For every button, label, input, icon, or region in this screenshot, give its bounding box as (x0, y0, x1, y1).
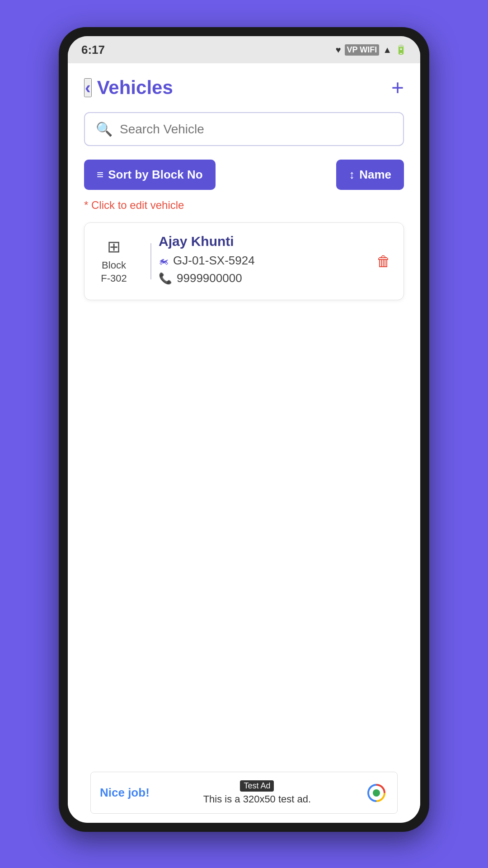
block-section: ⊞ BlockF-302 (94, 237, 134, 285)
name-sort-label: Name (359, 168, 391, 182)
sort-icon: ↕ (349, 168, 355, 182)
add-vehicle-button[interactable]: + (391, 77, 404, 99)
owner-name: Ajay Khunti (159, 234, 373, 249)
wifi-icon: VP WIFI (345, 44, 380, 56)
header: ‹ Vehicles + (68, 63, 420, 108)
page-title: Vehicles (97, 77, 173, 99)
status-time: 6:17 (81, 43, 105, 57)
delete-vehicle-button[interactable]: 🗑 (373, 250, 394, 274)
phone-icon: 📞 (159, 272, 172, 285)
search-input[interactable] (120, 122, 392, 137)
nice-job-text: Nice job! (100, 786, 150, 800)
trash-icon: 🗑 (376, 253, 391, 269)
battery-icon: 🔋 (395, 44, 407, 55)
search-box: 🔍 (84, 112, 404, 146)
sort-by-block-label: Sort by Block No (108, 168, 202, 182)
vehicle-number: GJ-01-SX-5924 (173, 254, 255, 268)
ad-text: This is a 320x50 test ad. (203, 793, 311, 805)
vehicle-info: Ajay Khunti 🏍 GJ-01-SX-5924 📞 9999900000 (159, 234, 373, 289)
phone-row: 📞 9999900000 (159, 271, 373, 285)
test-ad-label: Test Ad (240, 780, 274, 792)
status-icons: ♥ VP WIFI ▲ 🔋 (336, 44, 407, 56)
vehicle-number-row: 🏍 GJ-01-SX-5924 (159, 254, 373, 268)
status-bar: 6:17 ♥ VP WIFI ▲ 🔋 (68, 36, 420, 63)
filter-icon: ≡ (97, 168, 103, 182)
sort-by-block-button[interactable]: ≡ Sort by Block No (84, 160, 216, 190)
phone-number: 9999900000 (177, 271, 242, 285)
vehicle-card[interactable]: ⊞ BlockF-302 Ajay Khunti 🏍 GJ-01-SX-5924… (84, 222, 404, 300)
svg-point-1 (373, 789, 380, 797)
search-container: 🔍 (68, 108, 420, 155)
heart-icon: ♥ (336, 45, 341, 55)
signal-icon: ▲ (383, 45, 392, 55)
block-label: BlockF-302 (101, 259, 127, 285)
sort-by-name-button[interactable]: ↕ Name (336, 160, 404, 190)
app-content: ‹ Vehicles + 🔍 ≡ Sort by Block No (68, 63, 420, 823)
motorcycle-icon: 🏍 (159, 255, 169, 267)
card-divider (150, 243, 151, 279)
filter-row: ≡ Sort by Block No ↕ Name (68, 155, 420, 197)
ad-logo (365, 781, 388, 805)
ad-banner: Nice job! Test Ad This is a 320x50 test … (90, 772, 398, 814)
search-icon: 🔍 (96, 121, 113, 137)
back-button[interactable]: ‹ (84, 78, 92, 97)
ad-center: Test Ad This is a 320x50 test ad. (157, 780, 357, 805)
helper-text: * Click to edit vehicle (68, 197, 420, 219)
header-left: ‹ Vehicles (84, 77, 173, 99)
block-icon: ⊞ (107, 237, 121, 256)
